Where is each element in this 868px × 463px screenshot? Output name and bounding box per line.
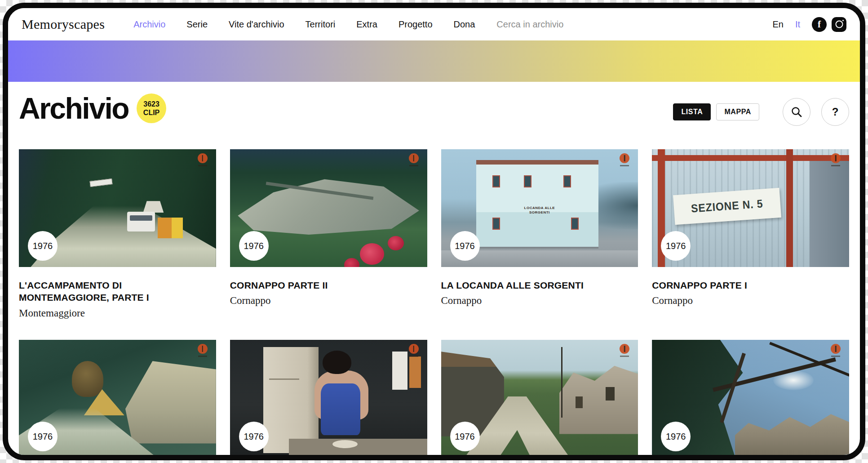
photo-banner: SEZIONE N. 5: [673, 188, 781, 225]
clip-unit: CLIP: [143, 108, 159, 117]
archive-watermark-icon: [196, 344, 209, 357]
year-badge: 1976: [28, 231, 58, 261]
archive-watermark-icon: [618, 153, 631, 166]
photo-shape: [125, 361, 216, 443]
lista-view-button[interactable]: LISTA: [673, 103, 711, 120]
year-badge: 1976: [450, 422, 480, 451]
nav-item-vite-darchivio[interactable]: Vite d'archivio: [229, 19, 284, 30]
year-badge: 1976: [28, 422, 58, 451]
help-icon: ?: [832, 106, 839, 118]
main-content: Archivio 3623 CLIP LISTA MAPPA ?: [8, 82, 860, 458]
help-button[interactable]: ?: [821, 98, 849, 126]
title-wrap: Archivio 3623 CLIP: [19, 93, 166, 123]
photo-shape: [735, 408, 849, 458]
archive-card[interactable]: 1976: [19, 340, 216, 458]
card-thumbnail[interactable]: 1976: [230, 149, 427, 267]
archive-watermark-icon: [829, 344, 842, 357]
card-territory: Cornappo: [441, 295, 638, 307]
photo-shape: [576, 396, 583, 408]
page-header: Archivio 3623 CLIP LISTA MAPPA ?: [19, 93, 849, 126]
photo-shape: [344, 258, 359, 267]
instagram-icon[interactable]: [832, 17, 846, 32]
card-thumbnail[interactable]: 1976: [441, 340, 638, 458]
clip-count: 3623: [143, 100, 159, 108]
card-thumbnail[interactable]: 1976: [652, 340, 849, 458]
card-body: L'ACCAMPAMENTO DI MONTEMAGGIORE, PARTE I…: [19, 279, 216, 340]
photo-sign-text: LOCANDA ALLE SORGENTI: [522, 206, 558, 215]
photo-shape: [571, 218, 579, 230]
year-badge: 1976: [450, 231, 480, 261]
card-thumbnail[interactable]: 1976: [19, 149, 216, 267]
archive-card[interactable]: LOCANDA ALLE SORGENTI 1976 LA LOCANDA AL…: [441, 149, 638, 340]
archive-watermark-icon: [407, 344, 421, 357]
nav-item-progetto[interactable]: Progetto: [399, 19, 433, 30]
photo-shape: [492, 218, 500, 230]
archive-grid: 1976 L'ACCAMPAMENTO DI MONTEMAGGIORE, PA…: [19, 149, 849, 458]
photo-shape: [810, 161, 849, 267]
card-body: LA LOCANDA ALLE SORGENTI Cornappo: [441, 279, 638, 340]
photo-shape: [72, 361, 103, 397]
year-badge: 1976: [239, 422, 269, 451]
photo-shape: [89, 178, 112, 187]
archive-card[interactable]: 1976 L'ACCAMPAMENTO DI MONTEMAGGIORE, PA…: [19, 149, 216, 340]
card-thumbnail[interactable]: 1976: [230, 340, 427, 458]
clip-count-badge: 3623 CLIP: [137, 93, 166, 123]
social-links: f: [812, 17, 846, 32]
archive-card[interactable]: 1976 CORNAPPO PARTE II Cornappo: [230, 149, 427, 340]
card-territory: Cornappo: [230, 295, 427, 307]
photo-shape: [606, 387, 615, 401]
card-title[interactable]: CORNAPPO PARTE I: [652, 279, 810, 291]
nav-item-territori[interactable]: Territori: [306, 19, 336, 30]
card-body: CORNAPPO PARTE II Cornappo: [230, 279, 427, 340]
app-window: Memoryscapes Archivio Serie Vite d'archi…: [3, 3, 865, 460]
photo-shape: [127, 212, 155, 232]
archive-watermark-icon: [196, 153, 209, 166]
card-title[interactable]: LA LOCANDA ALLE SORGENTI: [441, 279, 599, 291]
photo-shape: [388, 236, 404, 250]
archive-watermark-icon: [829, 153, 842, 166]
card-title[interactable]: L'ACCAMPAMENTO DI MONTEMAGGIORE, PARTE I: [19, 279, 177, 304]
brand-logo[interactable]: Memoryscapes: [22, 17, 105, 32]
photo-shape: [559, 366, 638, 434]
top-navigation-bar: Memoryscapes Archivio Serie Vite d'archi…: [8, 8, 860, 40]
nav-item-archivio[interactable]: Archivio: [133, 19, 165, 30]
photo-shape: [476, 160, 598, 247]
facebook-icon[interactable]: f: [812, 17, 827, 32]
photo-shape: [332, 440, 358, 448]
photo-shape: [392, 352, 407, 390]
photo-sign-text: SEZIONE N. 5: [691, 197, 763, 215]
archive-card[interactable]: SEZIONE N. 5 1976 CORNAPPO PARTE I Corna…: [652, 149, 849, 340]
lang-it[interactable]: It: [795, 19, 800, 30]
archive-card[interactable]: 1976: [652, 340, 849, 458]
card-thumbnail[interactable]: SEZIONE N. 5 1976: [652, 149, 849, 267]
nav-item-extra[interactable]: Extra: [356, 19, 377, 30]
photo-shape: [409, 356, 421, 388]
photo-shape: [323, 351, 351, 374]
nav-item-serie[interactable]: Serie: [186, 19, 208, 30]
nav-item-dona[interactable]: Dona: [454, 19, 475, 30]
lang-en[interactable]: En: [772, 19, 783, 30]
photo-shape: [158, 218, 183, 238]
archive-card[interactable]: 1976: [441, 340, 638, 458]
card-body: CORNAPPO PARTE I Cornappo: [652, 279, 849, 340]
photo-shape: [492, 175, 500, 187]
card-territory: Montemaggiore: [19, 307, 216, 319]
archive-watermark-icon: [618, 344, 631, 357]
card-territory: Cornappo: [652, 295, 849, 307]
archive-watermark-icon: [407, 153, 421, 166]
gradient-banner: [8, 40, 860, 82]
photo-shape: [652, 155, 849, 161]
archive-search-input[interactable]: [496, 19, 600, 30]
archive-card[interactable]: 1976: [230, 340, 427, 458]
card-thumbnail[interactable]: LOCANDA ALLE SORGENTI 1976: [441, 149, 638, 267]
card-title[interactable]: CORNAPPO PARTE II: [230, 279, 388, 291]
year-badge: 1976: [239, 231, 269, 261]
photo-shape: [289, 439, 427, 458]
photo-shape: [360, 243, 384, 265]
search-button[interactable]: [783, 98, 810, 126]
card-thumbnail[interactable]: 1976: [19, 340, 216, 458]
year-badge: 1976: [661, 422, 691, 451]
main-nav: Archivio Serie Vite d'archivio Territori…: [133, 19, 475, 30]
photo-shape: [321, 383, 360, 435]
mappa-view-button[interactable]: MAPPA: [716, 103, 759, 120]
